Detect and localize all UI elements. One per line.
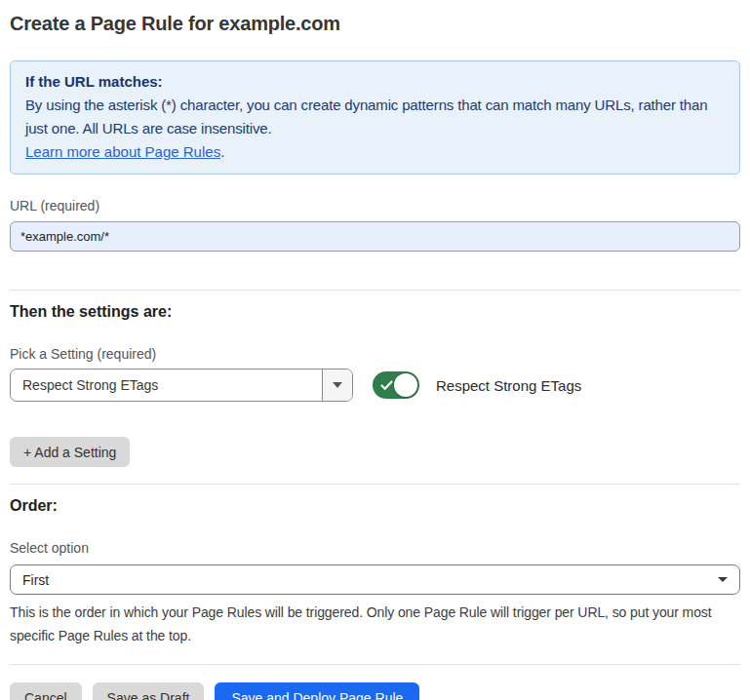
settings-section-heading: Then the settings are: xyxy=(10,302,740,322)
url-field-label: URL (required) xyxy=(10,197,740,214)
order-select[interactable]: First xyxy=(10,564,740,595)
page-title: Create a Page Rule for example.com xyxy=(10,11,740,36)
info-box-body: By using the asterisk (*) character, you… xyxy=(25,94,725,140)
url-match-info-box: If the URL matches: By using the asteris… xyxy=(10,60,740,175)
pick-setting-label: Pick a Setting (required) xyxy=(10,345,740,363)
info-box-link-line: Learn more about Page Rules. xyxy=(25,140,725,164)
divider xyxy=(10,484,740,485)
setting-row: Respect Strong ETags Respect Strong ETag… xyxy=(10,369,740,402)
check-icon xyxy=(380,380,393,391)
info-box-heading: If the URL matches: xyxy=(25,70,725,94)
order-help-text: This is the order in which your Page Rul… xyxy=(10,601,740,647)
divider xyxy=(10,664,740,665)
save-and-deploy-button[interactable]: Save and Deploy Page Rule xyxy=(215,682,419,700)
setting-dropdown[interactable]: Respect Strong ETags xyxy=(10,369,353,402)
add-setting-button[interactable]: + Add a Setting xyxy=(10,437,130,467)
respect-strong-etags-toggle[interactable] xyxy=(373,371,419,399)
setting-dropdown-value: Respect Strong ETags xyxy=(11,369,322,401)
create-page-rule-form: Create a Page Rule for example.com If th… xyxy=(0,11,750,700)
learn-more-link[interactable]: Learn more about Page Rules xyxy=(25,143,220,160)
cancel-button[interactable]: Cancel xyxy=(10,682,82,700)
action-buttons: Cancel Save as Draft Save and Deploy Pag… xyxy=(10,682,740,700)
link-period: . xyxy=(220,143,224,160)
divider xyxy=(10,290,740,291)
order-section-heading: Order: xyxy=(10,496,740,516)
setting-dropdown-arrow-button[interactable] xyxy=(322,369,352,401)
chevron-down-icon xyxy=(333,382,342,388)
url-input[interactable] xyxy=(10,221,740,252)
save-as-draft-button[interactable]: Save as Draft xyxy=(93,682,205,700)
order-select-label: Select option xyxy=(10,539,740,557)
order-select-value: First xyxy=(22,572,49,588)
chevron-down-icon xyxy=(718,577,728,582)
toggle-label: Respect Strong ETags xyxy=(436,377,581,394)
toggle-knob xyxy=(394,373,417,397)
